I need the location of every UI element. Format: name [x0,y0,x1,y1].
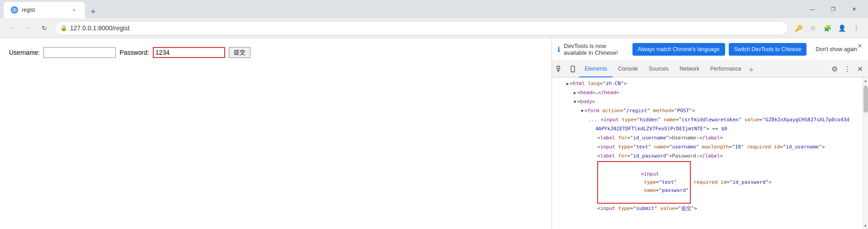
devtools-close-button[interactable]: ✕ [854,63,866,76]
more-tabs-button[interactable]: » [747,66,756,73]
tabs-area: regist × + [4,0,802,18]
switch-to-chinese-button[interactable]: Switch DevTools to Chinese [729,43,807,56]
tab-network[interactable]: Network [674,61,705,77]
highlighted-password-input-tag: <input type="text" name="password" [597,161,691,204]
html-line-head: ▶ <head> … </head> [552,88,863,97]
tab-favicon [11,6,18,14]
scroll-thumb[interactable] [863,86,868,113]
bookmark-button[interactable]: ☆ [807,22,819,34]
dont-show-again-button[interactable]: Don't show again [810,43,863,56]
scroll-down-button[interactable]: ▼ [863,223,868,229]
password-label: Password: [119,49,149,56]
url-text: 127.0.0.1:8000/regist [70,24,783,32]
forward-button[interactable]: → [22,22,34,34]
svg-rect-3 [557,66,560,69]
reload-button[interactable]: ↻ [38,22,51,34]
notification-close-button[interactable]: × [855,42,864,51]
html-line-body: ▼ <body> [552,97,863,106]
back-button[interactable]: ← [5,22,18,34]
tab-sources[interactable]: Sources [643,61,674,77]
tab-close-button[interactable]: × [71,6,78,14]
inspect-element-button[interactable] [554,63,566,76]
html-line-csrf-cont: 4APYkJ02ETDFTlkdLZV7FeoSlPrDEIjmtNTE"> =… [552,124,863,134]
new-tab-button[interactable]: + [87,5,99,18]
minimize-button[interactable]: — [802,2,823,16]
html-line-input-submit: <input type="submit" value="提交" > [552,204,863,213]
collapse-triangle-head[interactable]: ▶ [574,89,576,97]
devtools-menu-button[interactable]: ⋮ [841,63,854,76]
devtools-html-tree: ▶ <html lang="zh-CN" > ▶ <head> … </head… [552,77,863,229]
form-row: Username: Password: 提交 [9,47,542,58]
always-match-language-button[interactable]: Always match Chrome's language [632,43,725,56]
devtools-scrollbar: ▲ ▼ [863,77,868,229]
devtools-tabs: Elements Console Sources Network Perform… [552,61,868,77]
address-actions: 🔑 ☆ 🧩 👤 ⋮ [792,22,863,34]
menu-button[interactable]: ⋮ [850,22,863,34]
device-toggle-button[interactable] [566,63,579,76]
url-bar[interactable]: 🔒 127.0.0.1:8000/regist [54,21,788,35]
tab-elements[interactable]: Elements [579,61,613,77]
devtools-content-area: ▶ <html lang="zh-CN" > ▶ <head> … </head… [552,77,868,229]
page-content: Username: Password: 提交 [0,38,552,229]
html-line-input-username: <input type="text" name="username" maxle… [552,143,863,152]
browser-tab-active[interactable]: regist × [4,2,85,18]
username-label: Username: [9,49,40,56]
scroll-track[interactable] [863,84,868,223]
title-bar: regist × + — ❐ ✕ [0,0,868,18]
browser-window: regist × + — ❐ ✕ ← → [0,0,868,229]
collapse-triangle-form[interactable]: ▼ [581,107,583,115]
maximize-button[interactable]: ❐ [823,2,844,16]
notification-info-icon: ℹ [557,45,560,54]
notification-message: DevTools is now available in Chinese! [564,43,629,56]
profile-button[interactable]: 👤 [835,22,848,34]
secure-icon: 🔒 [60,24,67,31]
password-input[interactable] [153,47,225,58]
tab-title: regist [22,7,67,13]
html-line-label-username: <label for="id_username" >Username:</lab… [552,134,863,143]
address-bar: ← → ↻ 🔒 127.0.0.1:8000/regist 🔑 ☆ 🧩 👤 ⋮ [0,18,868,38]
collapse-triangle-body[interactable]: ▼ [574,98,576,106]
html-line-csrf: ... <input type="hidden" name="csrfmiddl… [552,115,863,124]
main-area: Username: Password: 提交 ℹ DevTools is now… [0,38,868,229]
html-line-form: ▼ <form action="/regist" method="POST" > [552,106,863,115]
devtools-panel: ℹ DevTools is now available in Chinese! … [552,38,868,229]
extensions-button[interactable]: 🧩 [821,22,834,34]
tab-performance[interactable]: Performance [705,61,747,77]
close-button[interactable]: ✕ [844,2,864,16]
key-icon-button[interactable]: 🔑 [792,22,805,34]
svg-point-7 [572,71,573,72]
scroll-up-button[interactable]: ▲ [863,77,868,84]
username-input[interactable] [43,47,116,58]
collapse-triangle[interactable]: ▶ [566,80,569,88]
tab-console[interactable]: Console [613,61,643,77]
html-line-html: ▶ <html lang="zh-CN" > [552,79,863,88]
html-line-label-password: <label for="id_password" >Password:</lab… [552,152,863,161]
devtools-notification: ℹ DevTools is now available in Chinese! … [552,38,868,61]
expand-dots[interactable]: ... [588,116,597,124]
submit-button[interactable]: 提交 [229,47,250,58]
devtools-settings-button[interactable]: ⚙ [828,63,841,76]
html-line-input-password: <input type="text" name="password" requi… [552,161,863,204]
